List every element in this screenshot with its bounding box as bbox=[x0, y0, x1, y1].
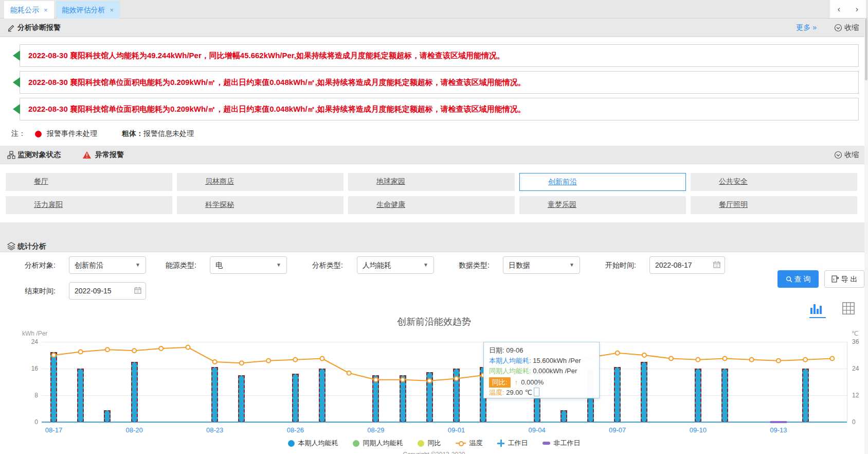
monitor-button-公共安全[interactable]: 公共安全 bbox=[691, 173, 857, 191]
tooltip-same-period-value: 0.000kWh /Per bbox=[533, 367, 577, 375]
filter-value: 2022-08-17 bbox=[655, 261, 692, 269]
legend-label: 同期人均能耗 bbox=[363, 439, 403, 448]
tab-close-icon[interactable]: × bbox=[44, 6, 48, 14]
alert-marker-icon bbox=[13, 104, 20, 114]
bar-08-24[interactable] bbox=[238, 375, 245, 422]
legend-label: 同比 bbox=[428, 439, 441, 448]
bar-08-29[interactable] bbox=[372, 375, 379, 422]
legend-item-本期人均能耗[interactable]: 本期人均能耗 bbox=[288, 439, 338, 448]
monitor-button-label: 餐厅照明 bbox=[719, 200, 748, 208]
alert-row: 2022-08-30 襄阳科技馆人均能耗为49.244kWh/Per，同比增幅4… bbox=[20, 44, 859, 67]
tab-scroll-controls: ‹ › bbox=[830, 0, 866, 18]
bar-08-18[interactable] bbox=[77, 369, 84, 422]
stats-section-header: 统计分析 bbox=[0, 222, 868, 252]
y-left-axis-unit: kWh /Per bbox=[22, 330, 47, 337]
alert-marker-icon bbox=[13, 50, 20, 61]
monitor-button-地球家园[interactable]: 地球家园 bbox=[348, 173, 515, 191]
tab-scroll-right-icon[interactable]: › bbox=[856, 5, 858, 14]
bar-09-14[interactable] bbox=[802, 369, 809, 422]
select-数据类型[interactable]: 日数据▼ bbox=[503, 256, 580, 274]
monitor-button-童梦乐园[interactable]: 童梦乐园 bbox=[519, 196, 686, 214]
calendar-icon bbox=[134, 287, 141, 294]
query-button[interactable]: 查 询 bbox=[777, 270, 819, 288]
svg-text:x: x bbox=[833, 277, 835, 281]
monitor-button-餐厅[interactable]: 餐厅 bbox=[6, 173, 172, 191]
select-能源类型[interactable]: 电▼ bbox=[210, 256, 287, 274]
x-axis-label: 08-17 bbox=[38, 426, 69, 434]
note-prefix: 注： bbox=[11, 129, 26, 138]
monitor-section-header: 监测对象状态 异常报警 收缩 bbox=[0, 146, 868, 164]
monitor-button-label: 活力襄阳 bbox=[34, 200, 63, 208]
monitor-button-贝林商店[interactable]: 贝林商店 bbox=[177, 173, 343, 191]
legend-item-温度[interactable]: 温度 bbox=[456, 439, 483, 448]
monitor-button-生命健康[interactable]: 生命健康 bbox=[348, 196, 515, 214]
bar-08-17[interactable] bbox=[50, 352, 57, 423]
bar-09-08[interactable] bbox=[641, 362, 647, 422]
x-axis-label: 09-01 bbox=[441, 426, 472, 434]
bar-08-20[interactable] bbox=[131, 362, 138, 422]
bar-08-31[interactable] bbox=[426, 372, 433, 423]
filter-value: 人均能耗 bbox=[363, 261, 391, 269]
chevron-down-icon: ▼ bbox=[569, 257, 574, 273]
bar-08-30[interactable] bbox=[400, 375, 406, 422]
tooltip-current-value: 15.600kWh /Per bbox=[533, 357, 581, 364]
calendar-icon bbox=[713, 261, 720, 268]
bar-08-26[interactable] bbox=[292, 374, 299, 422]
select-分析对象[interactable]: 创新前沿▼ bbox=[69, 256, 146, 274]
alert-text: 2022-08-30 襄阳科技馆人均能耗为49.244kWh/Per，同比增幅4… bbox=[28, 45, 504, 66]
bar-08-19[interactable] bbox=[104, 410, 111, 422]
tooltip-ratio-badge: 同比: bbox=[489, 377, 511, 388]
monitor-button-label: 生命健康 bbox=[376, 200, 405, 208]
legend-line-circle-icon bbox=[456, 441, 466, 446]
monitor-button-活力襄阳[interactable]: 活力襄阳 bbox=[6, 196, 172, 214]
tooltip-same-period-label: 同期人均能耗: bbox=[489, 367, 531, 375]
bar-09-11[interactable] bbox=[721, 369, 728, 422]
legend-item-同期人均能耗[interactable]: 同期人均能耗 bbox=[353, 439, 403, 448]
monitor-collapse-button[interactable]: 收缩 bbox=[834, 150, 859, 160]
monitor-button-label: 科学探秘 bbox=[205, 200, 234, 208]
legend-circle-icon bbox=[418, 440, 424, 447]
chart-legend: 本期人均能耗同期人均能耗同比温度工作日非工作日 bbox=[0, 439, 868, 448]
tab-close-icon[interactable]: × bbox=[110, 6, 114, 14]
abnormal-alarm-tab[interactable]: 异常报警 bbox=[82, 150, 124, 160]
monitor-button-label: 童梦乐园 bbox=[548, 200, 576, 208]
x-axis-label: 08-26 bbox=[280, 426, 311, 434]
chart-title: 创新前沿能效趋势 bbox=[0, 316, 868, 328]
bar-09-07[interactable] bbox=[614, 367, 621, 422]
legend-label: 非工作日 bbox=[554, 439, 581, 448]
export-button[interactable]: x导 出 bbox=[824, 270, 864, 288]
bar-09-05[interactable] bbox=[560, 410, 567, 422]
legend-item-非工作日[interactable]: 非工作日 bbox=[542, 439, 581, 448]
bar-09-01[interactable] bbox=[453, 369, 460, 422]
more-link[interactable]: 更多 » bbox=[796, 23, 817, 32]
bar-09-10[interactable] bbox=[695, 369, 701, 422]
scrollbar[interactable] bbox=[864, 19, 868, 454]
select-分析类型[interactable]: 人均能耗▼ bbox=[357, 256, 434, 274]
y-left-tick: 16 bbox=[26, 365, 38, 372]
scrollbar-thumb[interactable] bbox=[865, 19, 867, 80]
tab-scroll-left-icon[interactable]: ‹ bbox=[838, 5, 840, 14]
bar-08-27[interactable] bbox=[319, 369, 326, 422]
tab-bar: 能耗公示×能效评估分析× ‹ › bbox=[0, 0, 868, 19]
tab-2[interactable]: 能效评估分析× bbox=[56, 1, 120, 19]
alarm-section-title: 分析诊断报警 bbox=[17, 23, 61, 32]
bar-08-23[interactable] bbox=[211, 367, 218, 422]
warning-triangle-icon bbox=[82, 151, 92, 159]
monitor-button-餐厅照明[interactable]: 餐厅照明 bbox=[691, 196, 857, 214]
up-arrow-icon: ↑ bbox=[515, 378, 518, 386]
collapse-icon bbox=[834, 24, 842, 32]
alarm-collapse-button[interactable]: 收缩 bbox=[834, 23, 859, 32]
monitor-button-创新前沿[interactable]: 创新前沿 bbox=[519, 173, 686, 191]
tooltip-date-value: 09-06 bbox=[506, 346, 523, 354]
date-开始时间[interactable]: 2022-08-17 bbox=[649, 256, 725, 274]
legend-item-同比[interactable]: 同比 bbox=[418, 439, 441, 448]
y-right-tick: 12 bbox=[852, 392, 859, 399]
monitor-button-科学探秘[interactable]: 科学探秘 bbox=[177, 196, 343, 214]
table-view-icon[interactable] bbox=[841, 302, 858, 317]
alert-text: 2022-08-30 襄阳科技馆单位面积电能耗为0.209kWh/㎡，超出日约束… bbox=[28, 98, 526, 120]
legend-item-工作日[interactable]: 工作日 bbox=[497, 439, 528, 448]
tab-label: 能耗公示 bbox=[10, 6, 39, 14]
tab-1[interactable]: 能耗公示× bbox=[4, 1, 54, 19]
x-axis-label: 08-20 bbox=[119, 426, 150, 434]
date-结束时间[interactable]: 2022-09-15 bbox=[69, 282, 146, 300]
